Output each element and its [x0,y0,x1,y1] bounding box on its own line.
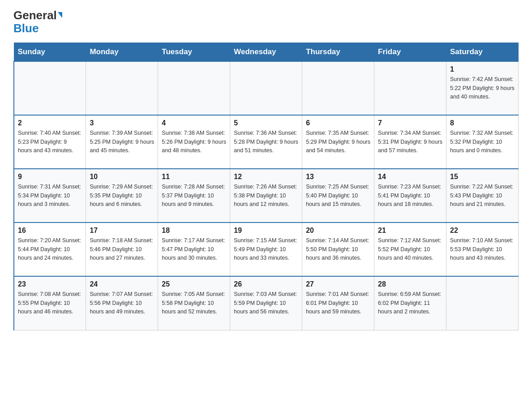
calendar-cell [158,61,230,115]
day-number: 8 [450,119,515,127]
day-info: Sunrise: 7:01 AM Sunset: 6:01 PM Dayligh… [306,290,370,316]
logo-blue: Blue [13,21,39,35]
day-number: 25 [162,280,226,288]
day-info: Sunrise: 7:07 AM Sunset: 5:56 PM Dayligh… [90,290,154,316]
logo-arrow-icon [58,12,62,18]
day-info: Sunrise: 7:32 AM Sunset: 5:32 PM Dayligh… [450,129,515,155]
day-info: Sunrise: 7:25 AM Sunset: 5:40 PM Dayligh… [306,183,370,209]
day-info: Sunrise: 7:17 AM Sunset: 5:47 PM Dayligh… [162,236,226,262]
day-info: Sunrise: 7:40 AM Sunset: 5:23 PM Dayligh… [18,129,82,155]
day-info: Sunrise: 7:38 AM Sunset: 5:26 PM Dayligh… [162,129,226,155]
day-number: 1 [450,65,515,73]
day-number: 7 [378,119,442,127]
col-monday: Monday [86,43,158,62]
calendar-cell [446,276,519,330]
day-number: 13 [306,173,370,181]
calendar-cell: 27Sunrise: 7:01 AM Sunset: 6:01 PM Dayli… [302,276,374,330]
calendar-cell: 8Sunrise: 7:32 AM Sunset: 5:32 PM Daylig… [446,115,519,169]
day-number: 15 [450,173,515,181]
calendar-cell: 24Sunrise: 7:07 AM Sunset: 5:56 PM Dayli… [86,276,158,330]
day-info: Sunrise: 7:31 AM Sunset: 5:34 PM Dayligh… [18,183,82,209]
calendar-cell: 9Sunrise: 7:31 AM Sunset: 5:34 PM Daylig… [14,169,86,223]
day-info: Sunrise: 7:36 AM Sunset: 5:28 PM Dayligh… [234,129,298,155]
day-info: Sunrise: 7:14 AM Sunset: 5:50 PM Dayligh… [306,236,370,262]
day-number: 21 [378,227,442,235]
day-info: Sunrise: 7:34 AM Sunset: 5:31 PM Dayligh… [378,129,442,155]
calendar-cell [86,61,158,115]
day-number: 16 [18,227,82,235]
calendar-week-row: 16Sunrise: 7:20 AM Sunset: 5:44 PM Dayli… [14,223,519,276]
day-info: Sunrise: 7:22 AM Sunset: 5:43 PM Dayligh… [450,183,515,209]
calendar-week-row: 2Sunrise: 7:40 AM Sunset: 5:23 PM Daylig… [14,115,519,169]
day-number: 17 [90,227,154,235]
calendar-cell: 6Sunrise: 7:35 AM Sunset: 5:29 PM Daylig… [302,115,374,169]
calendar-cell: 23Sunrise: 7:08 AM Sunset: 5:55 PM Dayli… [14,276,86,330]
calendar-cell: 18Sunrise: 7:17 AM Sunset: 5:47 PM Dayli… [158,223,230,276]
day-info: Sunrise: 7:26 AM Sunset: 5:38 PM Dayligh… [234,183,298,209]
calendar-cell: 28Sunrise: 6:59 AM Sunset: 6:02 PM Dayli… [374,276,446,330]
day-number: 2 [18,119,82,127]
calendar-week-row: 23Sunrise: 7:08 AM Sunset: 5:55 PM Dayli… [14,276,519,330]
col-thursday: Thursday [302,43,374,62]
day-info: Sunrise: 7:12 AM Sunset: 5:52 PM Dayligh… [378,236,442,262]
day-info: Sunrise: 7:28 AM Sunset: 5:37 PM Dayligh… [162,183,226,209]
day-info: Sunrise: 7:29 AM Sunset: 5:35 PM Dayligh… [90,183,154,209]
calendar-cell [302,61,374,115]
day-number: 28 [378,280,442,288]
col-wednesday: Wednesday [230,43,302,62]
day-info: Sunrise: 7:35 AM Sunset: 5:29 PM Dayligh… [306,129,370,155]
calendar-cell: 3Sunrise: 7:39 AM Sunset: 5:25 PM Daylig… [86,115,158,169]
day-info: Sunrise: 7:42 AM Sunset: 5:22 PM Dayligh… [450,75,515,101]
day-number: 27 [306,280,370,288]
calendar-cell [230,61,302,115]
calendar-cell: 20Sunrise: 7:14 AM Sunset: 5:50 PM Dayli… [302,223,374,276]
day-number: 22 [450,227,515,235]
calendar-cell: 21Sunrise: 7:12 AM Sunset: 5:52 PM Dayli… [374,223,446,276]
day-number: 14 [378,173,442,181]
calendar-cell: 16Sunrise: 7:20 AM Sunset: 5:44 PM Dayli… [14,223,86,276]
calendar-cell: 14Sunrise: 7:23 AM Sunset: 5:41 PM Dayli… [374,169,446,223]
page-header: General Blue [13,9,519,34]
day-info: Sunrise: 7:05 AM Sunset: 5:58 PM Dayligh… [162,290,226,316]
calendar-cell: 15Sunrise: 7:22 AM Sunset: 5:43 PM Dayli… [446,169,519,223]
col-tuesday: Tuesday [158,43,230,62]
logo: General Blue [13,9,62,34]
day-number: 12 [234,173,298,181]
calendar-cell: 12Sunrise: 7:26 AM Sunset: 5:38 PM Dayli… [230,169,302,223]
calendar-cell: 1Sunrise: 7:42 AM Sunset: 5:22 PM Daylig… [446,61,519,115]
day-info: Sunrise: 6:59 AM Sunset: 6:02 PM Dayligh… [378,290,442,316]
calendar-cell: 4Sunrise: 7:38 AM Sunset: 5:26 PM Daylig… [158,115,230,169]
day-info: Sunrise: 7:18 AM Sunset: 5:46 PM Dayligh… [90,236,154,262]
day-info: Sunrise: 7:20 AM Sunset: 5:44 PM Dayligh… [18,236,82,262]
calendar-cell: 22Sunrise: 7:10 AM Sunset: 5:53 PM Dayli… [446,223,519,276]
day-number: 23 [18,280,82,288]
calendar-week-row: 9Sunrise: 7:31 AM Sunset: 5:34 PM Daylig… [14,169,519,223]
calendar-cell: 17Sunrise: 7:18 AM Sunset: 5:46 PM Dayli… [86,223,158,276]
day-info: Sunrise: 7:08 AM Sunset: 5:55 PM Dayligh… [18,290,82,316]
day-number: 20 [306,227,370,235]
logo-general: General [13,9,57,22]
day-number: 5 [234,119,298,127]
calendar-week-row: 1Sunrise: 7:42 AM Sunset: 5:22 PM Daylig… [14,61,519,115]
calendar-cell: 19Sunrise: 7:15 AM Sunset: 5:49 PM Dayli… [230,223,302,276]
day-number: 11 [162,173,226,181]
calendar-cell: 10Sunrise: 7:29 AM Sunset: 5:35 PM Dayli… [86,169,158,223]
col-sunday: Sunday [14,43,86,62]
day-number: 24 [90,280,154,288]
day-info: Sunrise: 7:15 AM Sunset: 5:49 PM Dayligh… [234,236,298,262]
day-number: 3 [90,119,154,127]
day-number: 18 [162,227,226,235]
col-friday: Friday [374,43,446,62]
calendar-cell: 25Sunrise: 7:05 AM Sunset: 5:58 PM Dayli… [158,276,230,330]
calendar-cell: 26Sunrise: 7:03 AM Sunset: 5:59 PM Dayli… [230,276,302,330]
day-info: Sunrise: 7:03 AM Sunset: 5:59 PM Dayligh… [234,290,298,316]
calendar-cell: 7Sunrise: 7:34 AM Sunset: 5:31 PM Daylig… [374,115,446,169]
calendar-cell [14,61,86,115]
day-number: 4 [162,119,226,127]
day-number: 10 [90,173,154,181]
day-number: 26 [234,280,298,288]
calendar-cell: 11Sunrise: 7:28 AM Sunset: 5:37 PM Dayli… [158,169,230,223]
day-number: 9 [18,173,82,181]
day-number: 19 [234,227,298,235]
calendar-cell: 13Sunrise: 7:25 AM Sunset: 5:40 PM Dayli… [302,169,374,223]
